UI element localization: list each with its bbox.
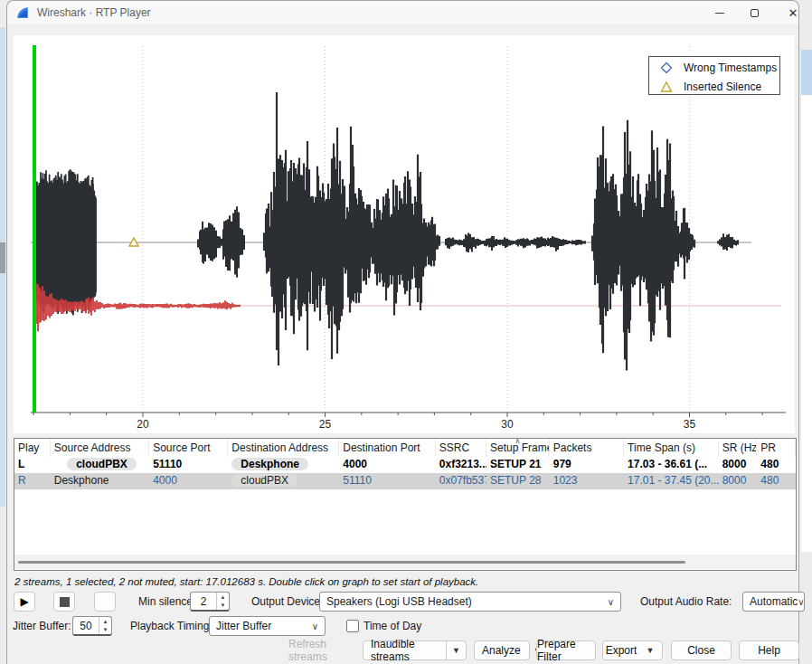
table-header-row: PlaySource AddressSource PortDestination… (14, 439, 796, 457)
cell-destination-address: Deskphone (228, 457, 339, 473)
column-header-setup-frame[interactable]: Setup Frame∧ (486, 439, 550, 457)
cell-packets: 979 (550, 457, 624, 473)
cell-ssrc: 0x07fb537f (436, 473, 486, 489)
maximize-button[interactable] (739, 1, 770, 24)
inaudible-streams-label: Inaudible streams (371, 638, 439, 663)
legend-label: Inserted Silence (684, 81, 761, 93)
resolved-host-pill: cloudPBX (231, 474, 297, 487)
cell-time-span-s-: 17.01 - 37.45 (20... (624, 473, 719, 489)
cell-packets: 1023 (550, 473, 624, 489)
inaudible-streams-button[interactable]: Inaudible streams ▼ (363, 640, 467, 660)
close-button[interactable]: Close (671, 640, 732, 660)
cell-play: L (14, 457, 51, 473)
waveform-plot[interactable]: 20253035 Wrong TimestampsInserted Silenc… (14, 35, 795, 433)
play-button[interactable]: ▶ (14, 592, 35, 612)
output-device-label: Output Device: (251, 592, 323, 612)
stop-button[interactable] (53, 592, 75, 612)
column-header-packets[interactable]: Packets (550, 439, 624, 457)
export-button[interactable]: Export ▼ (602, 640, 663, 660)
plot-legend: Wrong TimestampsInserted Silence (648, 56, 780, 95)
x-axis-tick-label: 30 (501, 418, 514, 431)
cell-destination-address: cloudPBX (228, 473, 339, 489)
rtp-streams-table[interactable]: PlaySource AddressSource PortDestination… (14, 438, 797, 571)
min-silence-spinner[interactable]: 2 ▲▼ (190, 592, 230, 612)
resolved-host-pill: Deskphone (231, 458, 308, 470)
refresh-streams-button[interactable]: Refresh streams (288, 640, 356, 660)
x-axis-tick-label: 35 (684, 418, 696, 431)
play-icon: ▶ (20, 595, 28, 608)
chevron-down-icon: ∨ (312, 621, 325, 631)
cell-source-address: cloudPBX (51, 457, 149, 473)
output-device-value: Speakers (Logi USB Headset) (326, 595, 472, 608)
cell-source-address: Deskphone (51, 473, 149, 489)
resolved-host-pill: cloudPBX (67, 458, 137, 470)
playback-start-line (33, 45, 36, 413)
prepare-filter-button[interactable]: Prepare Filter (536, 640, 596, 660)
output-device-combo[interactable]: Speakers (Logi USB Headset) ∨ (319, 592, 621, 612)
stop-icon (60, 597, 70, 607)
cell-play: R (14, 473, 51, 489)
cell-destination-port: 4000 (339, 457, 436, 473)
triangle-icon (649, 81, 684, 93)
window-title: Wireshark · RTP Player (37, 6, 151, 19)
cell-ssrc: 0xf3213... (436, 457, 486, 473)
rtp-player-window: Wireshark · RTP Player ✕ 20253035 Wrong … (6, 0, 799, 664)
jitter-buffer-value: 50 (73, 617, 99, 634)
spinner-arrows-icon[interactable]: ▲▼ (99, 617, 111, 634)
jitter-buffer-spinner[interactable]: 50 ▲▼ (72, 616, 112, 636)
column-header-play[interactable]: Play (14, 439, 51, 457)
column-header-sr-hz-[interactable]: SR (Hz) (719, 439, 758, 457)
dropdown-arrow-icon: ▼ (637, 646, 659, 655)
legend-item: Wrong Timestamps (649, 59, 779, 76)
spinner-arrows-icon[interactable]: ▲▼ (216, 593, 229, 610)
cell-pr: 480 (757, 457, 796, 473)
waveform-canvas[interactable]: 20253035 (14, 35, 795, 433)
help-button[interactable]: Help (739, 640, 799, 660)
cell-setup-frame: SETUP 28 (486, 473, 550, 489)
cell-setup-frame: SETUP 21 (486, 457, 550, 473)
time-of-day-label: Time of Day (364, 616, 421, 636)
status-text: 2 streams, 1 selected, 2 not muted, star… (14, 576, 478, 587)
background-window-right (799, 0, 812, 664)
column-header-destination-port[interactable]: Destination Port (339, 439, 435, 457)
cell-source-port: 51110 (149, 457, 228, 473)
column-header-source-address[interactable]: Source Address (51, 439, 149, 457)
minimize-button[interactable] (704, 1, 735, 24)
cell-pr: 480 (757, 473, 796, 489)
cell-sr-hz-: 8000 (719, 457, 758, 473)
column-header-ssrc[interactable]: SSRC (436, 439, 486, 457)
column-header-time-span-s-[interactable]: Time Span (s) (624, 439, 719, 457)
scrollbar-thumb[interactable] (18, 561, 685, 564)
time-of-day-checkbox[interactable] (346, 620, 359, 632)
stream-row-R[interactable]: RDeskphone4000cloudPBX511100x07fb537fSET… (14, 473, 796, 489)
export-label: Export (606, 644, 637, 657)
legend-item: Inserted Silence (649, 78, 779, 95)
column-header-source-port[interactable]: Source Port (149, 439, 228, 457)
x-axis-tick-label: 25 (319, 418, 332, 431)
output-audio-rate-combo[interactable]: Automatic ∨ (742, 592, 805, 612)
dropdown-arrow-icon[interactable]: ▼ (447, 646, 466, 655)
close-window-button[interactable]: ✕ (778, 1, 808, 24)
legend-label: Wrong Timestamps (684, 62, 777, 74)
playback-timing-value: Jitter Buffer (216, 620, 271, 632)
playback-timing-combo[interactable]: Jitter Buffer ∨ (209, 616, 326, 636)
diamond-icon (649, 62, 684, 74)
column-header-pr[interactable]: PR (757, 439, 796, 457)
playback-timing-label: Playback Timing: (130, 616, 212, 636)
min-silence-value: 2 (191, 593, 216, 610)
table-horizontal-scrollbar[interactable] (14, 555, 796, 569)
cell-source-port: 4000 (149, 473, 228, 489)
cell-time-span-s-: 17.03 - 36.61 (... (624, 457, 719, 473)
min-silence-label: Min silence: (138, 592, 195, 612)
analyze-button[interactable]: Analyze ▼ (474, 640, 530, 660)
wireshark-logo-icon (16, 6, 30, 20)
x-axis-tick-label: 20 (137, 418, 149, 431)
cell-destination-port: 51110 (339, 473, 436, 489)
analyze-label: Analyze (482, 644, 521, 657)
column-header-destination-address[interactable]: Destination Address (228, 439, 339, 457)
chevron-down-icon: ∨ (798, 597, 810, 607)
titlebar: Wireshark · RTP Player ✕ (7, 1, 798, 24)
chevron-down-icon: ∨ (608, 597, 620, 607)
stream-row-L[interactable]: LcloudPBX51110Deskphone40000xf3213...SET… (14, 457, 796, 473)
pause-button[interactable] (94, 592, 116, 612)
